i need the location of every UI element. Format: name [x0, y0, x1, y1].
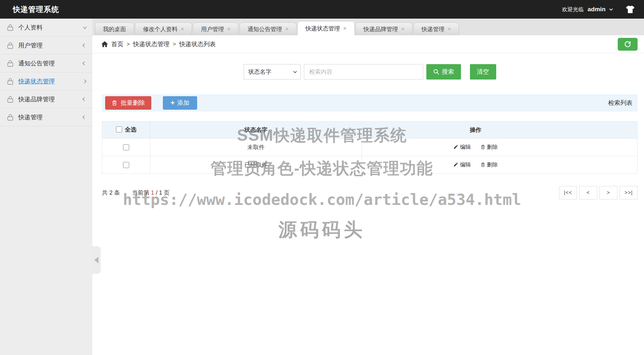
row-checkbox[interactable]	[123, 162, 129, 168]
status-name-cell: 未取件	[150, 139, 362, 156]
total-count-text: 共 2 条	[102, 189, 120, 197]
tab-label: 修改个人资料	[143, 25, 178, 33]
current-page-suffix: / 1 页	[156, 190, 170, 196]
sidebar-item-profile[interactable]: 个人资料	[0, 19, 92, 37]
user-chevron-down-icon[interactable]	[609, 7, 613, 11]
breadcrumb-section[interactable]: 快递状态管理	[133, 40, 170, 48]
clear-button-label: 清空	[477, 68, 489, 76]
refresh-icon	[624, 40, 631, 48]
batch-delete-button[interactable]: 批量删除	[105, 96, 151, 110]
handbag-icon	[6, 96, 14, 103]
sidebar-item-express-status-management[interactable]: 快递状态管理	[0, 72, 92, 90]
chevron-down-icon	[293, 70, 297, 73]
pagination: 共 2 条 当前第 1 / 1 页 |<< < > >>|	[102, 186, 638, 199]
handbag-icon	[6, 42, 14, 49]
welcome-text: 欢迎光临	[562, 6, 584, 13]
tab-label: 通知公告管理	[247, 25, 282, 33]
tab-express-status-management[interactable]: 快递状态管理 ×	[297, 21, 355, 35]
chevron-left-icon	[82, 61, 87, 65]
tab-my-desktop[interactable]: 我的桌面	[95, 22, 134, 35]
search-input[interactable]	[304, 64, 423, 80]
main-panel: 我的桌面 修改个人资料 × 用户管理 × 通知公告管理 × 快递状态管理 × 快…	[92, 19, 644, 355]
toolbar: 批量删除 + 添加 检索列表	[102, 94, 638, 112]
add-button[interactable]: + 添加	[163, 96, 197, 110]
sidebar-item-label: 用户管理	[18, 41, 83, 50]
breadcrumb-separator: >	[127, 41, 130, 47]
tab-user-management[interactable]: 用户管理 ×	[193, 22, 238, 35]
close-icon[interactable]: ×	[448, 26, 451, 32]
search-bar: 状态名字 搜索 清空	[102, 64, 638, 80]
search-button[interactable]: 搜索	[426, 64, 461, 80]
chevron-left-icon	[82, 115, 87, 119]
close-icon[interactable]: ×	[285, 26, 289, 32]
trash-icon	[112, 100, 117, 106]
username-dropdown[interactable]: admin	[588, 6, 606, 13]
current-page-number: 1	[151, 190, 154, 196]
main-layout: 个人资料 用户管理 通知公告管理 快递状态管理	[0, 19, 644, 355]
select-all-label: 全选	[125, 126, 137, 133]
tab-label: 用户管理	[201, 25, 224, 33]
handbag-icon	[6, 114, 14, 121]
sidebar-collapse-handle[interactable]	[92, 246, 101, 274]
status-table: 全选 状态名字 操作 未取件	[102, 121, 638, 174]
row-checkbox[interactable]	[123, 144, 129, 150]
edit-link-label: 编辑	[460, 161, 471, 168]
sidebar-item-notice-management[interactable]: 通知公告管理	[0, 55, 92, 72]
search-icon	[433, 69, 439, 75]
pagination-first-button[interactable]: |<<	[559, 186, 577, 199]
tab-label: 我的桌面	[103, 25, 126, 33]
sidebar-item-label: 通知公告管理	[18, 59, 83, 68]
sidebar-item-user-management[interactable]: 用户管理	[0, 37, 92, 55]
sidebar: 个人资料 用户管理 通知公告管理 快递状态管理	[0, 19, 92, 355]
sidebar-item-label: 快递状态管理	[18, 77, 83, 86]
handbag-icon	[6, 78, 14, 85]
tab-notice-management[interactable]: 通知公告管理 ×	[239, 22, 297, 35]
tab-express-brand-management[interactable]: 快递品牌管理 ×	[355, 22, 413, 35]
pencil-icon	[453, 162, 458, 167]
delete-link[interactable]: 删除	[481, 161, 498, 168]
pagination-next-button[interactable]: >	[599, 186, 617, 199]
add-button-label: 添加	[177, 99, 189, 107]
chevron-right-icon	[82, 79, 87, 83]
list-label: 检索列表	[608, 99, 632, 107]
chevron-down-icon	[83, 25, 87, 29]
clear-button[interactable]: 清空	[470, 64, 496, 80]
sidebar-item-express-management[interactable]: 快递管理	[0, 108, 92, 126]
plus-icon: +	[171, 99, 175, 106]
sidebar-item-express-brand-management[interactable]: 快递品牌管理	[0, 90, 92, 108]
edit-link[interactable]: 编辑	[453, 161, 471, 168]
breadcrumb-separator: >	[173, 41, 176, 47]
delete-link-label: 删除	[487, 161, 498, 168]
tab-edit-profile[interactable]: 修改个人资料 ×	[135, 22, 192, 35]
handbag-icon	[6, 60, 14, 67]
tab-express-management[interactable]: 快递管理 ×	[414, 22, 459, 35]
select-all[interactable]: 全选	[116, 126, 137, 133]
close-icon[interactable]: ×	[181, 26, 184, 32]
delete-link[interactable]: 删除	[481, 143, 498, 151]
chevron-left-icon	[82, 97, 87, 101]
theme-tshirt-icon[interactable]	[625, 5, 635, 13]
tab-strip: 我的桌面 修改个人资料 × 用户管理 × 通知公告管理 × 快递状态管理 × 快…	[92, 19, 644, 35]
tab-label: 快递品牌管理	[364, 25, 398, 33]
table-row: 未取件 编辑	[102, 139, 638, 156]
breadcrumb-home[interactable]: 首页	[111, 40, 123, 48]
current-page-text: 当前第 1 / 1 页	[132, 189, 170, 197]
current-page-prefix: 当前第	[132, 190, 149, 196]
trash-icon	[481, 162, 485, 167]
close-icon[interactable]: ×	[401, 26, 405, 32]
pagination-prev-button[interactable]: <	[579, 186, 597, 199]
batch-delete-label: 批量删除	[121, 99, 145, 107]
content-area: 状态名字 搜索 清空	[92, 53, 644, 355]
close-icon[interactable]: ×	[343, 26, 347, 31]
status-name-cell: 已经取件	[150, 156, 362, 174]
pagination-last-button[interactable]: >>|	[620, 186, 638, 199]
column-header-actions: 操作	[362, 122, 638, 139]
select-all-checkbox[interactable]	[116, 126, 122, 132]
edit-link[interactable]: 编辑	[453, 143, 471, 151]
search-field-select[interactable]: 状态名字	[244, 64, 301, 80]
sidebar-item-label: 快递品牌管理	[18, 95, 83, 104]
user-area: 欢迎光临 admin	[562, 5, 635, 13]
sidebar-item-label: 快递管理	[18, 113, 83, 122]
refresh-button[interactable]	[618, 38, 638, 51]
close-icon[interactable]: ×	[227, 26, 230, 32]
